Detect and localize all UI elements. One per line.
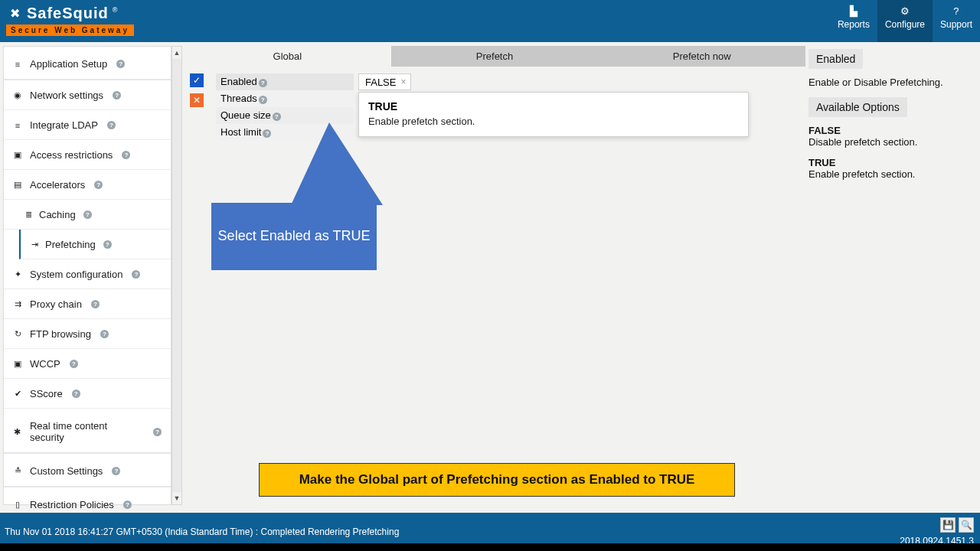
sidebar-item-sscore[interactable]: ✔SScore?: [4, 379, 171, 409]
tool-support[interactable]: ?Support: [933, 0, 980, 42]
sidebar: ≡Application Setup?◉Network settings?≡In…: [3, 46, 172, 505]
help-icon[interactable]: ?: [112, 467, 120, 475]
stack-icon: ≡: [13, 60, 22, 69]
enabled-dropdown[interactable]: TRUE Enable prefetch section.: [358, 92, 749, 137]
sidebar-item-proxy-chain[interactable]: ⇉Proxy chain?: [4, 289, 171, 319]
editor: ✓ ✕ Enabled? FALSE × TRUE Enable prefetc…: [190, 73, 805, 141]
field-label: Enabled: [220, 76, 257, 87]
bottom-bar: [0, 543, 980, 551]
dropdown-option-desc: Enable prefetch section.: [368, 116, 739, 127]
row-actions: ✓ ✕: [190, 73, 207, 113]
tab-prefetch-now[interactable]: Prefetch now: [598, 46, 805, 67]
gauge-icon: ▤: [13, 180, 22, 190]
lock-icon: ▯: [13, 500, 22, 510]
brand: ✖ SafeSquid ® Secure Web Gateway: [0, 0, 140, 42]
callout-pointer: [291, 122, 383, 205]
sidebar-item-application-setup[interactable]: ≡Application Setup?: [4, 47, 171, 80]
confirm-button[interactable]: ✓: [190, 73, 204, 87]
tabs: GlobalPrefetchPrefetch now: [184, 46, 805, 67]
toolbar: ▙Reports⚙Configure?Support: [830, 0, 980, 42]
help-icon[interactable]: ?: [72, 390, 80, 398]
main-panel: GlobalPrefetchPrefetch now ✓ ✕ Enabled? …: [184, 46, 805, 505]
bug-icon: ✱: [13, 427, 22, 437]
help-icon[interactable]: ?: [94, 181, 103, 189]
help-icon[interactable]: ?: [123, 500, 132, 509]
search-icon[interactable]: 🔍: [959, 517, 974, 533]
sidebar-item-integrate-ldap[interactable]: ≡Integrate LDAP?: [4, 110, 171, 140]
reports-icon: ▙: [838, 5, 870, 17]
info-desc: Enable or Disable Prefetching.: [808, 77, 975, 88]
sidebar-item-access-restrictions[interactable]: ▣Access restrictions?: [4, 140, 171, 170]
help-icon[interactable]: ?: [259, 79, 267, 87]
enabled-value: FALSE: [365, 77, 396, 88]
support-icon: ?: [940, 5, 972, 17]
help-icon[interactable]: ?: [83, 210, 92, 219]
refresh-icon: ↻: [13, 329, 22, 339]
sidebar-item-caching[interactable]: ≣Caching?: [4, 200, 171, 230]
help-icon[interactable]: ?: [132, 270, 140, 279]
sidebar-item-system-configuration[interactable]: ✦System configuration?: [4, 259, 171, 289]
help-icon[interactable]: ?: [273, 112, 281, 121]
option-true: TRUEEnable prefetch section.: [808, 157, 975, 180]
help-icon[interactable]: ?: [113, 91, 121, 99]
sidebar-item-wccp[interactable]: ▣WCCP?: [4, 349, 171, 379]
top-bar: ✖ SafeSquid ® Secure Web Gateway ▙Report…: [0, 0, 980, 42]
close-icon[interactable]: ×: [400, 77, 406, 87]
help-icon[interactable]: ?: [122, 151, 130, 159]
brand-tagline: Secure Web Gateway: [6, 24, 134, 36]
field-label: Threads: [220, 93, 257, 104]
sidebar-item-ftp-browsing[interactable]: ↻FTP browsing?: [4, 319, 171, 349]
list-icon: ≡: [13, 121, 22, 130]
scroll-up-icon[interactable]: ▲: [172, 47, 181, 59]
help-icon[interactable]: ?: [70, 360, 78, 368]
help-icon[interactable]: ?: [263, 129, 271, 138]
check-icon: ✔: [13, 389, 22, 399]
cancel-button[interactable]: ✕: [190, 93, 204, 107]
brand-name: SafeSquid: [27, 5, 109, 22]
sidebar-item-prefetching[interactable]: ⇥Prefetching?: [19, 230, 171, 259]
help-icon[interactable]: ?: [259, 96, 267, 104]
sidebar-item-accelerators[interactable]: ▤Accelerators?: [4, 170, 171, 200]
dropdown-option-title: TRUE: [368, 100, 739, 112]
field-enabled: Enabled? FALSE × TRUE Enable prefetch se…: [216, 73, 805, 90]
wrench-icon: ✖: [6, 5, 23, 22]
help-icon[interactable]: ?: [100, 330, 109, 338]
help-icon[interactable]: ?: [91, 300, 100, 308]
chain-icon: ⇉: [13, 299, 22, 309]
tool-reports[interactable]: ▙Reports: [830, 0, 877, 42]
save-icon[interactable]: 💾: [940, 517, 956, 533]
workspace: ≡Application Setup?◉Network settings?≡In…: [3, 46, 977, 505]
globe-icon: ◉: [13, 90, 22, 100]
sidebar-item-custom-settings[interactable]: ≛Custom Settings?: [4, 454, 171, 487]
sliders-icon: ≛: [13, 466, 22, 476]
info-available-options: Available Options: [808, 97, 907, 117]
sidebar-item-network-settings[interactable]: ◉Network settings?: [4, 80, 171, 110]
field-label: Queue size: [220, 109, 271, 121]
instruction-banner: Make the Global part of Prefetching sect…: [259, 463, 735, 497]
sidebar-scrollbar[interactable]: ▲ ▼: [172, 46, 182, 505]
help-icon[interactable]: ?: [107, 121, 116, 129]
db-icon: ≣: [24, 210, 33, 220]
badge-icon: ▣: [13, 359, 22, 369]
step-icon: ⇥: [30, 240, 39, 249]
sidebar-column: ≡Application Setup?◉Network settings?≡In…: [3, 46, 182, 505]
callout-box: Select Enabled as TRUE: [211, 203, 377, 270]
tool-configure[interactable]: ⚙Configure: [877, 0, 933, 42]
scroll-down-icon[interactable]: ▼: [172, 492, 181, 504]
enabled-chip[interactable]: FALSE ×: [358, 73, 411, 90]
info-panel: Enabled Enable or Disable Prefetching. A…: [807, 46, 977, 505]
status-text: Thu Nov 01 2018 16:41:27 GMT+0530 (India…: [5, 527, 399, 537]
help-icon[interactable]: ?: [116, 60, 125, 68]
shield-icon: ▣: [13, 150, 22, 160]
tab-global[interactable]: Global: [184, 46, 391, 67]
info-title: Enabled: [808, 49, 863, 69]
help-icon[interactable]: ?: [153, 428, 162, 436]
option-false: FALSEDisable prefetch section.: [808, 125, 975, 148]
tab-prefetch[interactable]: Prefetch: [391, 46, 599, 67]
configure-icon: ⚙: [885, 5, 925, 17]
registered-mark: ®: [113, 6, 118, 14]
help-icon[interactable]: ?: [103, 240, 112, 249]
field-label: Host limit: [220, 126, 261, 138]
wrench-icon: ✦: [13, 269, 22, 279]
sidebar-item-real-time-content-security[interactable]: ✱Real time content security?: [4, 409, 171, 454]
